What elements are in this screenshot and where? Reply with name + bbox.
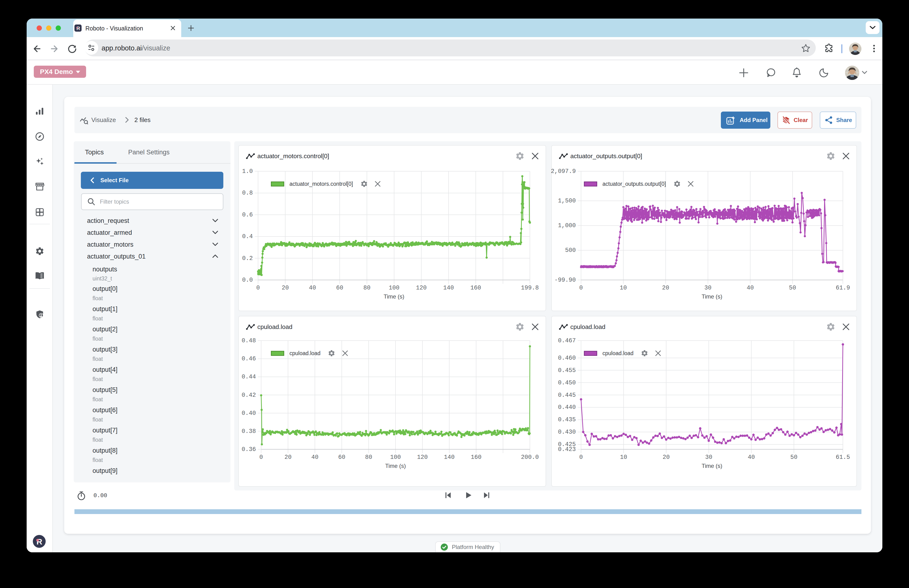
svg-text:R: R [36, 537, 42, 546]
